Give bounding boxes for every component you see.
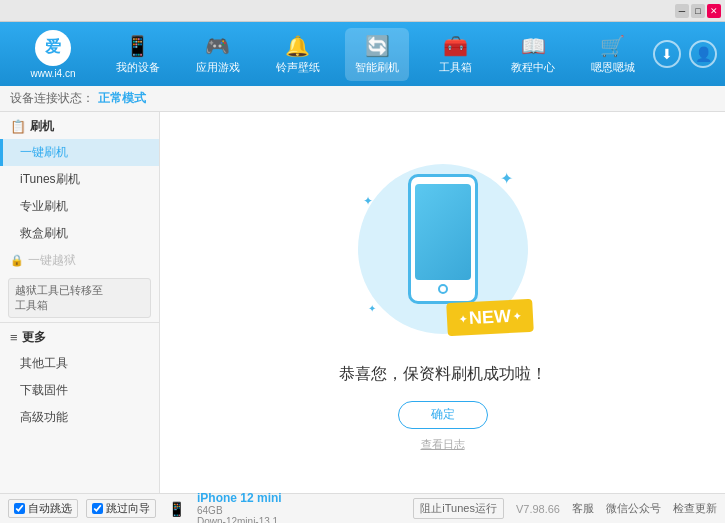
status-label: 设备连接状态： xyxy=(10,90,94,107)
sidebar-locked-jailbreak: 🔒 一键越狱 xyxy=(0,247,159,274)
bottom-left: 自动跳选 跳过向导 📱 iPhone 12 mini 64GB Down-12m… xyxy=(8,491,413,524)
auto-jump-label: 自动跳选 xyxy=(28,501,72,516)
phone-home-btn xyxy=(438,284,448,294)
close-button[interactable]: ✕ xyxy=(707,4,721,18)
customer-service-link[interactable]: 客服 xyxy=(572,501,594,516)
sidebar: 📋 刷机 一键刷机 iTunes刷机 专业刷机 救盒刷机 🔒 一键越狱 越狱工具… xyxy=(0,112,160,493)
new-badge: NEW xyxy=(446,298,534,335)
nav-items: 📱 我的设备 🎮 应用游戏 🔔 铃声壁纸 🔄 智能刷机 🧰 工具箱 📖 教程中心… xyxy=(98,28,653,81)
my-device-icon: 📱 xyxy=(125,34,150,58)
nav-item-toolbox[interactable]: 🧰 工具箱 xyxy=(425,28,485,81)
maximize-button[interactable]: □ xyxy=(691,4,705,18)
nav-item-smart-flash[interactable]: 🔄 智能刷机 xyxy=(345,28,409,81)
device-model: Down-12mini-13,1 xyxy=(197,516,282,524)
main-layout: 📋 刷机 一键刷机 iTunes刷机 专业刷机 救盒刷机 🔒 一键越狱 越狱工具… xyxy=(0,112,725,493)
check-update-link[interactable]: 检查更新 xyxy=(673,501,717,516)
download-btn[interactable]: ⬇ xyxy=(653,40,681,68)
logo-subtitle: www.i4.cn xyxy=(30,68,75,79)
logo-area: 爱 www.i4.cn xyxy=(8,30,98,79)
tutorial-label: 教程中心 xyxy=(511,60,555,75)
status-value: 正常模式 xyxy=(98,90,146,107)
logo-icon: 爱 xyxy=(35,30,71,66)
more-section-label: 更多 xyxy=(22,329,46,346)
user-btn[interactable]: 👤 xyxy=(689,40,717,68)
title-bar: ─ □ ✕ xyxy=(0,0,725,22)
skip-wizard-checkbox[interactable]: 跳过向导 xyxy=(86,499,156,518)
status-bar: 设备连接状态： 正常模式 xyxy=(0,86,725,112)
sidebar-notice: 越狱工具已转移至 工具箱 xyxy=(8,278,151,318)
nav-right: ⬇ 👤 xyxy=(653,40,717,68)
ringtone-label: 铃声壁纸 xyxy=(276,60,320,75)
success-message: 恭喜您，保资料刷机成功啦！ xyxy=(339,364,547,385)
ringtone-icon: 🔔 xyxy=(285,34,310,58)
sidebar-item-pro-flash[interactable]: 专业刷机 xyxy=(0,193,159,220)
phone-screen xyxy=(415,184,471,280)
my-device-label: 我的设备 xyxy=(116,60,160,75)
content-area: ✦ ✦ ✦ NEW 恭喜您，保资料刷机成功啦！ 确定 查看日志 xyxy=(160,112,725,493)
notice-line1: 越狱工具已转移至 xyxy=(15,283,144,298)
sidebar-section-more: ≡ 更多 xyxy=(0,322,159,350)
device-icon: 📱 xyxy=(168,501,185,517)
auto-jump-checkbox[interactable]: 自动跳选 xyxy=(8,499,78,518)
nav-item-my-device[interactable]: 📱 我的设备 xyxy=(106,28,170,81)
nav-item-tutorial[interactable]: 📖 教程中心 xyxy=(501,28,565,81)
toolbox-icon: 🧰 xyxy=(443,34,468,58)
nav-item-mall[interactable]: 🛒 嗯恩嗯城 xyxy=(581,28,645,81)
bottom-right: 阻止iTunes运行 V7.98.66 客服 微信公众号 检查更新 xyxy=(413,498,717,519)
phone-illustration: ✦ ✦ ✦ NEW xyxy=(353,154,533,354)
tutorial-icon: 📖 xyxy=(521,34,546,58)
nav-item-apps-games[interactable]: 🎮 应用游戏 xyxy=(186,28,250,81)
mall-label: 嗯恩嗯城 xyxy=(591,60,635,75)
sidebar-item-download-firmware[interactable]: 下载固件 xyxy=(0,377,159,404)
confirm-button[interactable]: 确定 xyxy=(398,401,488,429)
auto-jump-input[interactable] xyxy=(14,503,25,514)
sparkle2-icon: ✦ xyxy=(363,194,373,208)
notice-line2: 工具箱 xyxy=(15,298,144,313)
sparkle3-icon: ✦ xyxy=(368,303,376,314)
itunes-stop-button[interactable]: 阻止iTunes运行 xyxy=(413,498,504,519)
device-storage: 64GB xyxy=(197,505,282,516)
sidebar-item-other-tools[interactable]: 其他工具 xyxy=(0,350,159,377)
smart-flash-icon: 🔄 xyxy=(365,34,390,58)
mall-icon: 🛒 xyxy=(600,34,625,58)
skip-wizard-input[interactable] xyxy=(92,503,103,514)
smart-flash-label: 智能刷机 xyxy=(355,60,399,75)
phone-body xyxy=(408,174,478,304)
nav-item-ringtone[interactable]: 🔔 铃声壁纸 xyxy=(266,28,330,81)
apps-games-label: 应用游戏 xyxy=(196,60,240,75)
device-info: iPhone 12 mini 64GB Down-12mini-13,1 xyxy=(197,491,282,524)
bottom-bar: 自动跳选 跳过向导 📱 iPhone 12 mini 64GB Down-12m… xyxy=(0,493,725,523)
sidebar-item-advanced[interactable]: 高级功能 xyxy=(0,404,159,431)
flash-section-label: 刷机 xyxy=(30,118,54,135)
sidebar-section-flash: 📋 刷机 xyxy=(0,112,159,139)
sidebar-item-one-key-flash[interactable]: 一键刷机 xyxy=(0,139,159,166)
version-text: V7.98.66 xyxy=(516,503,560,515)
apps-games-icon: 🎮 xyxy=(205,34,230,58)
wechat-public-link[interactable]: 微信公众号 xyxy=(606,501,661,516)
sidebar-item-rescue-flash[interactable]: 救盒刷机 xyxy=(0,220,159,247)
minimize-button[interactable]: ─ xyxy=(675,4,689,18)
top-nav: 爱 www.i4.cn 📱 我的设备 🎮 应用游戏 🔔 铃声壁纸 🔄 智能刷机 … xyxy=(0,22,725,86)
flash-section-icon: 📋 xyxy=(10,119,26,134)
sidebar-item-itunes-flash[interactable]: iTunes刷机 xyxy=(0,166,159,193)
skip-wizard-label: 跳过向导 xyxy=(106,501,150,516)
toolbox-label: 工具箱 xyxy=(439,60,472,75)
show-again-link[interactable]: 查看日志 xyxy=(421,437,465,452)
device-name: iPhone 12 mini xyxy=(197,491,282,505)
more-section-icon: ≡ xyxy=(10,330,18,345)
lock-icon: 🔒 xyxy=(10,254,24,267)
sparkle1-icon: ✦ xyxy=(500,169,513,188)
